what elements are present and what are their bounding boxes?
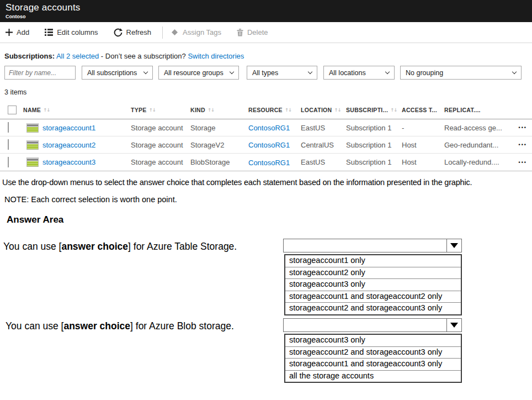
types-filter-value: All types xyxy=(252,69,278,77)
cell-subscription: Subscription 1 xyxy=(346,124,402,132)
grouping-filter-dropdown[interactable]: No grouping xyxy=(400,66,522,80)
q2-option[interactable]: all the storage accounts xyxy=(285,370,461,382)
q2-option[interactable]: storageaccount2 and storageaccount3 only xyxy=(285,346,461,359)
cell-kind: StorageV2 xyxy=(190,141,248,149)
cell-replication: Geo-redundant... xyxy=(444,141,510,149)
q2-option[interactable]: storageaccount1 and storageaccount3 only xyxy=(285,358,461,370)
column-header-location[interactable]: LOCATION↑↓ xyxy=(301,107,346,113)
q2-dropdown-button[interactable] xyxy=(446,319,461,331)
chevron-down-icon xyxy=(143,70,148,74)
cell-kind: BlobStorage xyxy=(190,158,248,166)
row-menu-icon[interactable]: ••• xyxy=(510,125,527,130)
directory-name: Contoso xyxy=(6,14,532,19)
subscriptions-selected-link[interactable]: All 2 selected xyxy=(56,52,99,60)
q2-option[interactable]: storageaccount3 only xyxy=(285,335,461,346)
select-all-checkbox[interactable] xyxy=(8,106,17,114)
resource-groups-filter-dropdown[interactable]: All resource groups xyxy=(158,66,239,80)
statement-table-storage: You can use [answer choice] for Azure Ta… xyxy=(3,241,237,252)
table-row[interactable]: storageaccount1 Storage account Storage … xyxy=(0,119,532,136)
column-header-type[interactable]: TYPE↑↓ xyxy=(131,107,190,113)
delete-button[interactable]: Delete xyxy=(237,28,268,36)
sort-icon: ↑↓ xyxy=(334,107,341,113)
column-header-resource[interactable]: RESOURCE↑↓ xyxy=(248,107,301,113)
q1-dropdown-button[interactable] xyxy=(446,239,461,252)
storage-account-link[interactable]: storageaccount1 xyxy=(42,124,95,132)
cell-location: EastUS xyxy=(301,124,346,132)
q2-dropdown: storageaccount3 only storageaccount2 and… xyxy=(283,318,462,383)
row-menu-icon[interactable]: ••• xyxy=(510,160,527,165)
row-checkbox[interactable] xyxy=(8,157,9,167)
refresh-button[interactable]: Refresh xyxy=(114,28,152,37)
column-header-subscription[interactable]: SUBSCRIPTI...↑↓ xyxy=(346,107,402,113)
cell-location: EastUS xyxy=(301,158,346,166)
chevron-down-icon xyxy=(308,70,312,74)
table-row[interactable]: storageaccount2 Storage account StorageV… xyxy=(0,136,532,154)
storage-account-icon xyxy=(26,140,39,150)
row-checkbox[interactable] xyxy=(8,122,9,133)
assign-tags-button[interactable]: Assign Tags xyxy=(171,28,221,36)
subscriptions-filter-dropdown[interactable]: All subscriptions xyxy=(82,66,153,80)
q1-option[interactable]: storageaccount1 and storageaccount2 only xyxy=(285,291,461,303)
resource-group-link[interactable]: ContosoRG1 xyxy=(248,141,290,149)
instruction-text: Use the drop-down menus to select the an… xyxy=(2,178,530,187)
cell-subscription: Subscription 1 xyxy=(346,158,402,166)
table-row[interactable]: storageaccount3 Storage account BlobStor… xyxy=(0,154,532,171)
sort-icon: ↑↓ xyxy=(43,107,50,113)
storage-account-icon xyxy=(26,123,39,133)
question-section: Use the drop-down menus to select the an… xyxy=(0,171,532,394)
q1-dropdown: storageaccount1 only storageaccount2 onl… xyxy=(283,239,462,315)
plus-icon xyxy=(6,29,13,36)
cell-kind: Storage xyxy=(190,124,248,132)
tag-diamond-icon xyxy=(171,28,179,36)
answer-area-title: Answer Area xyxy=(7,214,63,225)
q1-option[interactable]: storageaccount3 only xyxy=(285,278,461,291)
resource-groups-filter-value: All resource groups xyxy=(164,69,224,77)
sort-icon: ↑↓ xyxy=(390,107,397,113)
cell-access-tier: Host xyxy=(402,141,444,149)
cell-replication: Read-access ge... xyxy=(444,124,510,132)
q2-options-list: storageaccount3 only storageaccount2 and… xyxy=(284,334,462,383)
resource-group-link[interactable]: ContosoRG1 xyxy=(248,124,290,132)
cell-location: CentralUS xyxy=(301,141,346,149)
edit-columns-button[interactable]: Edit columns xyxy=(45,28,98,36)
filter-by-name-input[interactable] xyxy=(4,66,76,80)
column-header-replication[interactable]: REPLICAT.... xyxy=(444,107,510,113)
q2-select-box[interactable] xyxy=(283,318,462,332)
q1-option[interactable]: storageaccount2 only xyxy=(285,267,461,279)
column-header-name[interactable]: NAME↑↓ xyxy=(23,107,131,113)
q1-option[interactable]: storageaccount1 only xyxy=(285,255,461,267)
storage-account-link[interactable]: storageaccount3 xyxy=(42,158,95,166)
add-button[interactable]: Add xyxy=(6,28,29,36)
edit-columns-icon xyxy=(45,29,53,36)
command-toolbar: Add Edit columns Refresh Assign Tags xyxy=(0,22,532,43)
subscriptions-label: Subscriptions: xyxy=(4,52,55,60)
add-label: Add xyxy=(17,28,29,36)
q1-option[interactable]: storageaccount2 and storageaccount3 only xyxy=(285,302,461,314)
refresh-icon xyxy=(114,28,123,37)
subscriptions-filter-value: All subscriptions xyxy=(87,69,137,77)
statement-blob-storage: You can use [answer choice] for Azure Bl… xyxy=(6,320,234,332)
types-filter-dropdown[interactable]: All types xyxy=(247,66,317,80)
dropdown-arrow-icon xyxy=(450,243,458,248)
sort-icon: ↑↓ xyxy=(285,107,291,113)
sort-icon: ↑↓ xyxy=(208,107,214,113)
row-checkbox[interactable] xyxy=(8,139,9,150)
column-header-kind[interactable]: KIND↑↓ xyxy=(190,107,248,113)
note-text: NOTE: Each correct selection is worth on… xyxy=(4,195,177,204)
q1-options-list: storageaccount1 only storageaccount2 onl… xyxy=(284,254,462,315)
chevron-down-icon xyxy=(385,70,390,74)
switch-directories-link[interactable]: Switch directories xyxy=(188,52,244,60)
column-header-access-tier[interactable]: ACCESS T... xyxy=(402,107,444,113)
table-header-row: NAME↑↓ TYPE↑↓ KIND↑↓ RESOURCE↑↓ LOCATION… xyxy=(0,101,532,119)
cell-type: Storage account xyxy=(131,141,190,149)
row-menu-icon[interactable]: ••• xyxy=(510,142,527,148)
resource-group-link[interactable]: ContosoRG1 xyxy=(248,159,290,167)
cell-type: Storage account xyxy=(131,158,190,166)
q1-select-box[interactable] xyxy=(283,239,462,252)
cell-access-tier: Host xyxy=(402,158,444,166)
cell-access-tier: - xyxy=(402,124,444,132)
storage-account-link[interactable]: storageaccount2 xyxy=(42,141,95,149)
toolbar-divider xyxy=(162,27,163,39)
subscriptions-line: Subscriptions: All 2 selected - Don’t se… xyxy=(4,52,532,60)
locations-filter-dropdown[interactable]: All locations xyxy=(323,66,395,80)
